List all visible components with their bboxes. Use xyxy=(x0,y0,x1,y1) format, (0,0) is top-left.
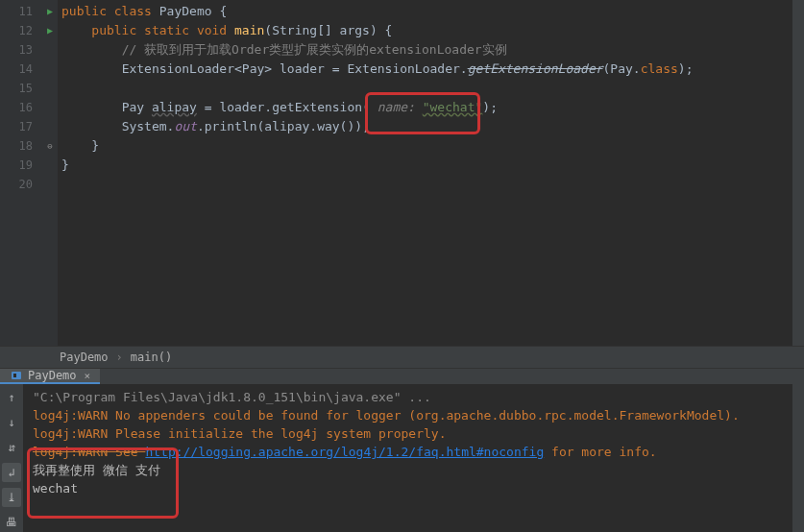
scroll-to-end-icon[interactable]: ⤓ xyxy=(2,488,21,507)
run-tool-window: PayDemo × ↑ ↓ ⇵ ↲ ⤓ 🖶 ✕ "C:\Program File… xyxy=(0,369,804,532)
console-scrollbar[interactable] xyxy=(792,384,804,532)
fold-icon[interactable]: ⊖ xyxy=(42,136,58,156)
breadcrumb-class[interactable]: PayDemo xyxy=(56,351,112,364)
breadcrumb: PayDemo › main() xyxy=(0,346,804,369)
filter-icon[interactable]: ⇵ xyxy=(2,438,21,457)
close-icon[interactable]: × xyxy=(85,370,91,382)
soft-wrap-icon[interactable]: ↲ xyxy=(2,463,21,482)
down-icon[interactable]: ↓ xyxy=(2,413,21,432)
chevron-right-icon: › xyxy=(112,351,127,364)
console-tab[interactable]: PayDemo × xyxy=(0,369,100,384)
code-editor[interactable]: 11 12 13 14 15 16 17 18 19 20 ▶ ▶ ⊖ publ… xyxy=(0,0,804,346)
console-tab-bar: PayDemo × xyxy=(0,369,804,384)
log4j-faq-link[interactable]: http://logging.apache.org/log4j/1.2/faq.… xyxy=(145,445,544,459)
console-output[interactable]: "C:\Program Files\Java\jdk1.8.0_151\bin\… xyxy=(23,384,792,532)
svg-rect-1 xyxy=(13,374,16,377)
gutter-icons: ▶ ▶ ⊖ xyxy=(42,0,58,346)
editor-scrollbar[interactable] xyxy=(792,0,804,346)
up-icon[interactable]: ↑ xyxy=(2,388,21,407)
code-content[interactable]: public class PayDemo { public static voi… xyxy=(58,0,792,346)
console-toolbar: ↑ ↓ ⇵ ↲ ⤓ 🖶 ✕ xyxy=(0,384,23,532)
tab-label: PayDemo xyxy=(28,369,77,382)
breadcrumb-method[interactable]: main() xyxy=(127,351,176,364)
run-config-icon xyxy=(10,369,23,382)
run-icon[interactable]: ▶ xyxy=(42,21,58,40)
print-icon[interactable]: 🖶 xyxy=(2,513,21,532)
run-icon[interactable]: ▶ xyxy=(42,2,58,21)
line-number-gutter: 11 12 13 14 15 16 17 18 19 20 xyxy=(0,0,42,346)
